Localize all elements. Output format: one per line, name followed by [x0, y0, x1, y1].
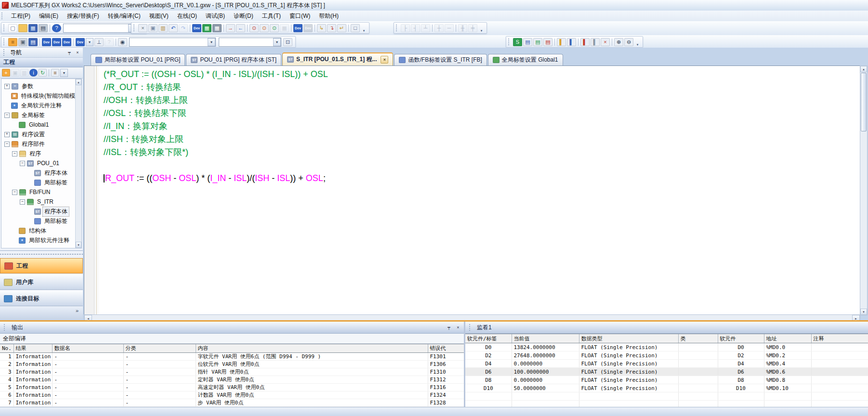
tree-item[interactable]: 结构体	[1, 226, 81, 235]
dropdown-arrow-icon[interactable]: ▼	[273, 38, 281, 46]
scroll-down-icon[interactable]: ▼	[76, 242, 81, 248]
pou-folder-icon[interactable]	[12, 141, 18, 147]
tab-pou_01-prg-st-[interactable]: STPOU_01 [PRG] 程序本体 [ST]	[186, 54, 281, 65]
grip-handle[interactable]	[3, 25, 5, 31]
jump-source-icon[interactable]: →	[226, 24, 235, 32]
ladder-edit-vline-icon[interactable]: ╫	[458, 24, 467, 32]
tree-item[interactable]: +▤程序设置	[1, 130, 81, 139]
fb-fun-folder-icon[interactable]	[19, 189, 26, 195]
table-row[interactable]: 5Information--高速定时器 VAR用 使用0点F1316	[0, 384, 464, 391]
ladder-jump-next-icon[interactable]: ↴	[327, 24, 336, 32]
nav-button-connection[interactable]: 连接目标	[0, 291, 83, 306]
tab-close-icon[interactable]: ×	[381, 56, 388, 64]
tree-item[interactable]: ●全局软元件注释	[1, 101, 81, 110]
table-row[interactable]: 4Information--定时器 VAR用 使用0点F1312	[0, 376, 464, 384]
zoom-in-icon[interactable]: ⊕	[614, 38, 623, 46]
st-code-editor[interactable]: (*R_OUT := ((OSH - OSL) * (I_IN - ISL)/(…	[84, 65, 860, 315]
watch-stop-icon[interactable]: ▌	[591, 38, 600, 46]
paste-icon[interactable]: ▥	[158, 24, 168, 32]
buffer-monitor-icon[interactable]: ▌	[567, 38, 576, 46]
close-icon[interactable]: ×	[455, 324, 461, 331]
tree-expander[interactable]: −	[12, 151, 17, 156]
table-row[interactable]: 3Information--指针 VAR用 使用0点F1310	[0, 368, 464, 376]
watch-start-icon[interactable]: ▌	[580, 38, 590, 46]
watch-row[interactable]: D1050.0000000FLOAT (Single Precision)D10…	[465, 384, 868, 392]
device-label-display-icon[interactable]: Dev	[52, 38, 61, 46]
scroll-up-icon[interactable]: ▲	[76, 79, 81, 85]
undo-icon[interactable]: ↶	[169, 24, 178, 32]
menu-item[interactable]: 编辑(E)	[35, 11, 63, 22]
zoom-out-icon[interactable]: ⊖	[624, 38, 633, 46]
find-binoculars-icon[interactable]: ◉	[118, 38, 127, 46]
tree-item[interactable]: ST程序本体	[1, 207, 81, 216]
watch-empty-row[interactable]	[465, 401, 868, 407]
grip-handle[interactable]	[3, 39, 5, 45]
table-row[interactable]: 2Information--位软元件 VAR用 使用0点F1306	[0, 361, 464, 368]
cut-icon[interactable]: ×	[138, 24, 147, 32]
dropdown-arrow-icon[interactable]: ▼	[60, 69, 68, 77]
nav-splitter[interactable]	[0, 250, 83, 257]
vertical-scroll-thumb[interactable]	[861, 73, 867, 131]
device-display-stop-icon[interactable]: Dev	[303, 24, 313, 32]
tree-expander[interactable]: −	[4, 113, 10, 118]
find-device-icon[interactable]: ⊙	[250, 24, 259, 32]
global-label-table-icon[interactable]	[19, 122, 26, 128]
tree-item[interactable]: 局部标签	[1, 178, 81, 187]
find-target-combo[interactable]: ▼	[129, 38, 216, 47]
device-batch-display-icon[interactable]: Dev	[62, 38, 71, 46]
grip-handle[interactable]	[508, 39, 510, 45]
tab--fb-s_itr-fb-[interactable]: 函数/FB标签设置 S_ITR [FB]	[394, 54, 487, 65]
device-monitor-icon[interactable]: ▦	[202, 24, 211, 32]
ladder-edit-branch-icon[interactable]: ┼	[434, 24, 444, 32]
menu-item[interactable]: 视图(V)	[145, 11, 173, 22]
watch-row[interactable]: D227648.0000000FLOAT (Single Precision)D…	[465, 351, 868, 360]
module-configuration-icon[interactable]: ▣	[18, 38, 27, 46]
local-label-icon[interactable]	[34, 180, 41, 186]
close-icon[interactable]: ×	[74, 49, 81, 56]
program-folder-icon[interactable]	[19, 151, 26, 157]
tree-expander[interactable]: +	[4, 132, 10, 137]
menu-item[interactable]: 工程(P)	[7, 11, 35, 22]
add-data-icon[interactable]: +	[2, 69, 10, 77]
nav-overflow-chevron[interactable]: »	[0, 306, 83, 322]
menu-item[interactable]: 在线(O)	[173, 11, 201, 22]
copy-data-icon[interactable]: ▣	[11, 69, 19, 77]
redo-icon[interactable]: ↷	[179, 24, 188, 32]
tree-expander[interactable]: −	[12, 190, 17, 195]
menu-item[interactable]: 工具(T)	[258, 11, 285, 22]
watch-row[interactable]: D6100.0000000FLOAT (Single Precision)D6%…	[465, 368, 868, 376]
monitor-find-icon[interactable]: ▤	[533, 38, 542, 46]
tab--global1[interactable]: 全局标签设置 Global1	[488, 54, 563, 65]
toolbar-overflow-icon[interactable]: ▾	[635, 37, 640, 47]
st-body-icon[interactable]: ST	[34, 170, 41, 176]
tree-item[interactable]: −STPOU_01	[1, 158, 81, 168]
jump-destination-icon[interactable]: ←	[236, 24, 245, 32]
ladder-edit-line-icon[interactable]: ─	[445, 24, 454, 32]
new-file-icon[interactable]: ▢	[8, 24, 17, 32]
device-display-menu-icon[interactable]: Dev	[76, 38, 85, 46]
watch-clear-icon[interactable]: ×	[601, 38, 610, 46]
copy-icon[interactable]: ▣	[148, 24, 158, 32]
watch-empty-row[interactable]	[465, 392, 868, 401]
watch-row[interactable]: D80.0000000FLOAT (Single Precision)D8%MD…	[465, 376, 868, 384]
monitor-find-device-icon[interactable]: ▤	[543, 38, 552, 46]
program-setting-icon[interactable]: ▤	[12, 131, 18, 138]
structure-icon[interactable]	[19, 228, 26, 234]
global-label-table-icon[interactable]	[493, 57, 500, 63]
table-row[interactable]: 1Information--字软元件 VAR用 使用6点 (范围 D994 - …	[0, 353, 464, 361]
pin-icon[interactable]: ┯	[66, 49, 73, 56]
data-info-icon[interactable]: i	[29, 69, 38, 77]
label-table-icon[interactable]	[399, 57, 406, 63]
global-label-folder-icon[interactable]	[12, 112, 18, 118]
watch-row[interactable]: D40.0000000FLOAT (Single Precision)D4%MD…	[465, 360, 868, 368]
label-table-icon[interactable]	[95, 57, 102, 63]
monitor-write-icon[interactable]: ▤	[523, 38, 532, 46]
tree-item[interactable]: ST程序本体	[1, 168, 81, 178]
tree-item[interactable]: −程序部件	[1, 139, 81, 149]
global-device-comment-icon[interactable]: ●	[11, 103, 18, 109]
tree-expander[interactable]: −	[20, 199, 25, 205]
pin-icon[interactable]: ┯	[446, 324, 452, 331]
print-icon[interactable]: ▤	[39, 24, 48, 32]
device-memory-icon[interactable]: ▦	[212, 24, 222, 32]
nav-button-user-library[interactable]: 用户库	[0, 274, 83, 290]
